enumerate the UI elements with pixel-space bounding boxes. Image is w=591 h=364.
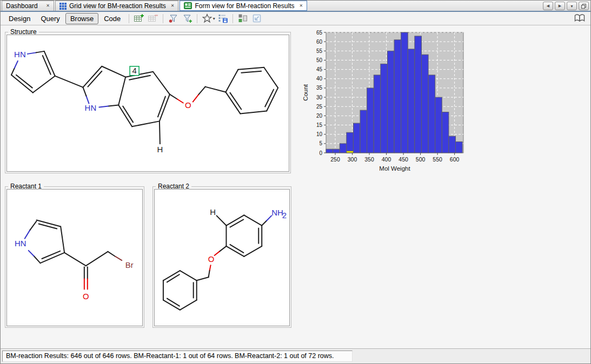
toolbar-separator [233,14,233,23]
structure-depiction: 4 HN HN O H [7,35,289,171]
svg-text:35: 35 [316,85,323,91]
svg-text:Mol Weight: Mol Weight [379,165,410,172]
svg-text:350: 350 [364,156,374,163]
reactant1-depiction: HN O Br [7,190,142,326]
carbonyl-o-label: O [83,291,89,300]
svg-text:40: 40 [316,76,323,82]
svg-text:600: 600 [450,156,460,163]
filter-highlight-icon[interactable] [166,12,180,24]
indole-nh-label: HN [85,103,97,112]
svg-text:500: 500 [416,156,426,163]
toolbar-separator [129,14,129,23]
reactant1-panel: Reactant 1 [5,186,144,328]
svg-text:10: 10 [316,131,323,137]
form-widgets-save-icon[interactable] [216,12,230,24]
svg-text:25: 25 [316,104,323,110]
svg-text:250: 250 [330,156,340,163]
toolbar-separator [197,14,197,23]
mode-code-button[interactable]: Code [99,13,125,24]
svg-text:55: 55 [316,48,323,54]
favorites-menu-caret[interactable]: ▼ [212,17,216,21]
svg-text:450: 450 [399,156,408,163]
tab-bar: Dashboard ✕ Grid view for BM-reaction Re… [1,1,590,12]
svg-text:Count: Count [302,84,309,100]
ether-o-label: O [208,254,215,264]
svg-text:20: 20 [316,113,323,119]
reactant2-depiction: H NH 2 O [155,190,289,326]
ether-o-label: O [185,100,191,110]
svg-text:550: 550 [433,156,442,163]
tab-dashboard[interactable]: Dashboard ✕ [2,1,54,11]
tab-grid-view[interactable]: Grid view for BM-reaction Results ✕ [55,1,178,11]
tab-grid-view-label: Grid view for BM-reaction Results [69,2,166,10]
form-view-canvas: Structure [1,25,590,348]
pyrrole-nh-label: HN [15,239,26,248]
svg-text:400: 400 [382,156,391,163]
pyrrole-nh-label: HN [14,50,26,59]
structure-panel: Structure [5,32,291,173]
tab-scroll-controls: ◀ ▶ ▼ [543,2,589,10]
row-count-status: BM-reaction Results: 646 out of 646 rows… [2,350,353,362]
svg-text:50: 50 [316,57,323,63]
bromine-label: Br [125,260,134,269]
mol-weight-histogram[interactable]: 0510152025303540455055606525030035040045… [301,28,473,174]
mode-query-button[interactable]: Query [36,13,64,24]
amine-label: NH [271,208,283,217]
reactant2-canvas: H NH 2 O [154,189,290,326]
svg-text:65: 65 [316,30,323,36]
svg-text:300: 300 [348,156,357,163]
svg-text:0: 0 [319,150,322,156]
fit-window-icon[interactable] [250,12,264,24]
mode-design-button[interactable]: Design [4,13,35,24]
svg-text:45: 45 [316,66,323,72]
reference-book-icon[interactable] [574,14,586,25]
explicit-h-label: H [157,145,163,154]
remove-view-icon[interactable] [146,12,160,24]
amine-subscript: 2 [282,211,287,220]
reactant1-canvas: HN O Br [6,189,143,326]
svg-text:15: 15 [316,122,323,128]
atom-map-label: 4 [132,66,136,75]
layout-icon[interactable] [236,12,250,24]
tab-scroll-left-button[interactable]: ◀ [543,2,553,10]
histogram-svg: 0510152025303540455055606525030035040045… [301,28,473,174]
svg-text:30: 30 [316,95,323,100]
tab-form-view-label: Form view for BM-reaction Results [195,2,294,10]
tab-form-view[interactable]: Form view for BM-reaction Results ✕ [180,1,307,11]
form-view-icon [184,2,192,9]
svg-text:60: 60 [316,39,323,45]
form-toolbar: Design Query Browse Code [1,12,590,25]
grid-view-icon [59,3,67,10]
tab-list-button[interactable]: ▼ [567,2,577,10]
explicit-h-label: H [210,207,216,217]
mode-browse-button[interactable]: Browse [65,13,98,24]
svg-text:5: 5 [319,140,322,146]
status-bar: BM-reaction Results: 646 out of 646 rows… [1,348,590,363]
application-window: Dashboard ✕ Grid view for BM-reaction Re… [0,0,591,364]
tab-scroll-right-button[interactable]: ▶ [555,2,565,10]
filter-add-icon[interactable] [180,12,194,24]
float-window-icon[interactable] [579,2,589,10]
add-view-icon[interactable] [132,12,146,24]
structure-canvas: 4 HN HN O H [6,35,289,172]
toolbar-separator [163,14,163,23]
close-icon[interactable]: ✕ [46,4,50,8]
close-icon[interactable]: ✕ [299,4,303,8]
reactant2-panel: Reactant 2 [152,186,291,328]
close-icon[interactable]: ✕ [171,4,175,8]
tab-dashboard-label: Dashboard [6,2,38,10]
